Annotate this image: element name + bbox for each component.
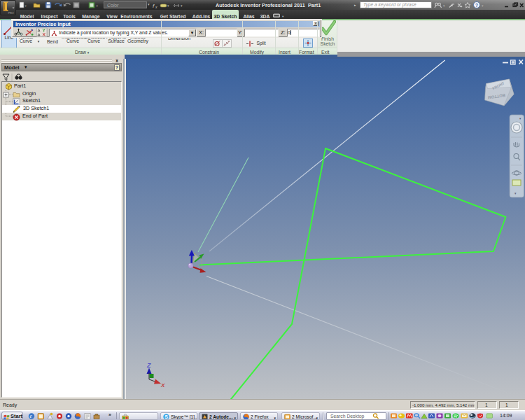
svg-text:▾: ▾ (181, 4, 183, 8)
svg-text:x: x (155, 5, 158, 9)
svg-text:▾: ▾ (482, 4, 484, 8)
svg-text:▾: ▾ (97, 4, 99, 8)
svg-text:▾: ▾ (282, 15, 284, 18)
svg-text:X: X (160, 382, 165, 388)
svg-text:PRO: PRO (8, 12, 14, 15)
svg-text:?: ? (475, 3, 478, 8)
svg-text:▾: ▾ (167, 4, 169, 8)
svg-text:Z: Z (146, 362, 151, 369)
svg-text:f: f (153, 3, 155, 9)
svg-text:▾: ▾ (443, 4, 445, 8)
svg-text:▾: ▾ (25, 4, 27, 8)
svg-text:S: S (164, 414, 168, 419)
